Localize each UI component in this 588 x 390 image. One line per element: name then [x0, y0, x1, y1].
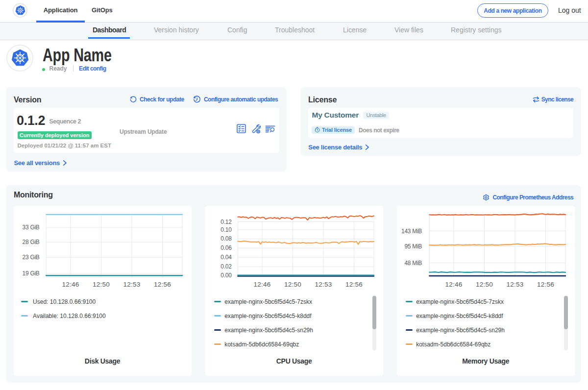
svg-text:48 MiB: 48 MiB — [404, 260, 422, 267]
svg-text:12:56: 12:56 — [537, 281, 554, 288]
svg-text:0.00: 0.00 — [220, 272, 232, 279]
svg-text:33 GiB: 33 GiB — [22, 224, 39, 231]
svg-text:12:50: 12:50 — [476, 281, 493, 288]
svg-text:143 MiB: 143 MiB — [401, 228, 422, 235]
svg-text:0.04: 0.04 — [220, 254, 232, 261]
svg-text:12:56: 12:56 — [154, 281, 171, 288]
svg-text:28 GiB: 28 GiB — [22, 239, 39, 245]
svg-text:23 GiB: 23 GiB — [22, 254, 39, 261]
svg-text:12:56: 12:56 — [345, 281, 363, 288]
svg-text:12:53: 12:53 — [315, 281, 332, 288]
svg-text:0.12: 0.12 — [220, 219, 232, 225]
svg-text:19 GiB: 19 GiB — [22, 270, 39, 277]
svg-text:0.06: 0.06 — [220, 244, 232, 251]
svg-text:95 MiB: 95 MiB — [404, 243, 422, 250]
svg-text:0.02: 0.02 — [220, 263, 232, 270]
svg-text:0.08: 0.08 — [220, 235, 232, 242]
svg-text:0.10: 0.10 — [220, 226, 232, 233]
svg-text:12:46: 12:46 — [62, 281, 79, 288]
svg-text:12:53: 12:53 — [506, 281, 523, 288]
svg-text:12:46: 12:46 — [253, 281, 270, 288]
svg-text:12:53: 12:53 — [123, 281, 140, 288]
svg-text:12:46: 12:46 — [445, 281, 462, 288]
svg-text:12:50: 12:50 — [93, 281, 110, 288]
svg-text:12:50: 12:50 — [284, 281, 301, 288]
